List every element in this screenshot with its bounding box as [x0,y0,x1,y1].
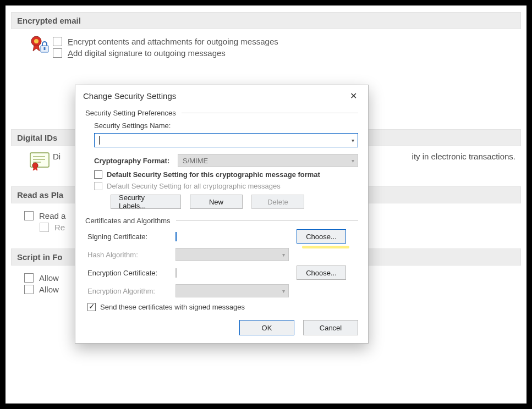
default-for-all-label: Default Security Setting for all cryptog… [107,182,281,190]
chevron-down-icon: ▾ [282,288,285,294]
signing-cert-label: Signing Certificate: [87,233,175,241]
digital-ids-row-end: ity in electronic transactions. [412,152,515,161]
digital-ids-row-start: Di [53,152,61,161]
add-signature-label: Add digital signature to outgoing messag… [68,48,226,58]
svg-point-1 [34,39,39,43]
allow-script-1-label: Allow [39,273,59,283]
chevron-down-icon[interactable]: ▾ [352,137,354,143]
default-for-all-checkbox [94,182,102,190]
settings-name-label: Security Settings Name: [94,121,171,130]
ribbon-lock-icon [30,35,53,57]
default-for-format-label: Default Security Setting for this crypto… [107,170,320,179]
text-cursor [99,136,100,145]
group-prefs-label: Security Setting Preferences [85,109,176,117]
change-security-settings-dialog: Change Security Settings ✕ Security Sett… [75,85,369,344]
encrypt-outgoing-label: Encrypt contents and attachments for out… [68,37,278,46]
add-signature-checkbox[interactable] [53,48,62,58]
delete-button: Delete [251,195,304,209]
allow-script-1-checkbox[interactable] [24,273,34,283]
signing-cert-input[interactable] [175,232,177,241]
send-certs-checkbox[interactable] [87,303,96,311]
encryption-cert-input[interactable] [175,268,177,278]
read-all-label: Read a [39,211,65,220]
crypto-format-label: Cryptography Format: [94,157,178,165]
crypto-format-combo: S/MIME ▾ [178,154,358,167]
separator [176,220,358,221]
allow-script-2-label: Allow [39,285,59,294]
close-icon[interactable]: ✕ [345,91,361,101]
encryption-algo-combo: ▾ [175,284,289,297]
hash-algo-label: Hash Algorithm: [87,251,175,259]
read-sub-checkbox [40,223,49,232]
svg-point-8 [32,163,38,168]
highlight-marker [302,246,349,248]
dialog-title: Change Security Settings [83,91,176,101]
encrypt-outgoing-checkbox[interactable] [53,37,62,46]
allow-script-2-checkbox[interactable] [24,285,34,294]
security-labels-button[interactable]: Security Labels... [111,195,181,209]
separator [182,113,358,113]
cancel-button[interactable]: Cancel [303,320,358,335]
read-sub-label: Re [54,223,65,232]
new-button[interactable]: New [190,195,243,209]
crypto-format-value: S/MIME [183,157,208,165]
ok-button[interactable]: OK [239,320,294,335]
section-header-encrypted-email: Encrypted email [11,12,521,29]
read-all-checkbox[interactable] [24,211,34,220]
encryption-cert-label: Encryption Certificate: [87,269,175,277]
encryption-algo-label: Encryption Algorithm: [87,287,175,295]
hash-algo-combo: ▾ [175,248,289,261]
settings-name-combo[interactable]: ▾ [94,133,358,147]
default-for-format-checkbox[interactable] [94,170,102,179]
choose-encryption-cert-button[interactable]: Choose... [297,266,346,280]
send-certs-label: Send these certificates with signed mess… [100,303,245,311]
choose-signing-cert-button[interactable]: Choose... [297,229,346,244]
chevron-down-icon: ▾ [282,252,285,258]
certificate-icon [30,152,53,172]
chevron-down-icon: ▾ [352,158,354,164]
group-certs-label: Certificates and Algorithms [85,217,171,225]
svg-rect-3 [44,47,46,50]
